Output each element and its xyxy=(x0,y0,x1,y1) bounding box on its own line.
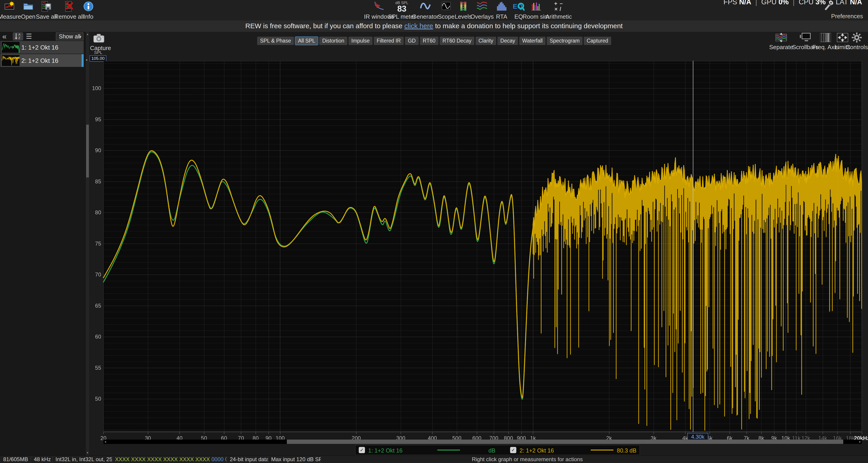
levels-icon: 0369 xyxy=(455,1,472,13)
remove-all-icon xyxy=(54,1,84,13)
status-cell-5: 24-bit input data xyxy=(226,456,268,463)
scrollbars-icon xyxy=(799,39,811,44)
info-button[interactable]: Info xyxy=(83,1,94,20)
performance-readout: FPS N/A|GPU 0%|CPU 3%|LAT N/A xyxy=(723,0,862,6)
show-all-caret-icon[interactable]: ▾ xyxy=(79,34,81,39)
save-all-button[interactable]: Save all xyxy=(36,1,57,20)
legend-checkbox-2[interactable]: ✓ xyxy=(510,447,517,453)
tab-clarity[interactable]: Clarity xyxy=(475,36,496,45)
tab-captured[interactable]: Captured xyxy=(583,36,611,45)
status-cell-1: 81/605MB xyxy=(0,456,31,463)
measurement-thumbnail xyxy=(2,42,20,53)
axis-spinner-icon[interactable]: ▴ xyxy=(86,58,88,61)
status-cell-2: 48 kHz xyxy=(31,456,53,463)
tab-rt60[interactable]: RT60 xyxy=(420,36,439,45)
donation-banner: REW is free software, but if you can aff… xyxy=(0,21,868,32)
separate-button[interactable]: Separate xyxy=(769,32,793,51)
svg-text:0: 0 xyxy=(463,2,464,4)
perf-lat: LAT N/A xyxy=(836,0,862,6)
graph-h-scrollbar[interactable]: ◂ ▸ xyxy=(103,440,862,444)
tab-distortion[interactable]: Distortion xyxy=(319,36,347,45)
measurement-item-1[interactable]: 1: 1+2 Okt 16 xyxy=(0,41,84,54)
separate-icon xyxy=(775,39,787,44)
overlays-button[interactable]: Overlays xyxy=(470,1,494,20)
legend-label-1: 1: 1+2 Okt 16 xyxy=(368,447,403,454)
graph-h-scrollbar-thumb[interactable] xyxy=(287,440,843,444)
generator-button[interactable]: Generator xyxy=(412,1,438,20)
tab-spl-phase[interactable]: SPL & Phase xyxy=(257,36,294,45)
rta-button[interactable]: RTA xyxy=(496,1,507,20)
top-toolbar: MeasureOpenSave allRemove allInfo IR win… xyxy=(0,0,868,21)
tab-waterfall[interactable]: Waterfall xyxy=(519,36,546,45)
tab-gd[interactable]: GD xyxy=(405,36,419,45)
tab-decay[interactable]: Decay xyxy=(497,36,518,45)
spl-graph-canvas[interactable] xyxy=(89,50,868,443)
tab-impulse[interactable]: Impulse xyxy=(348,36,373,45)
svg-text:A: A xyxy=(19,33,21,36)
legend-swatch-1 xyxy=(437,450,460,451)
trace-legend: ✓1: 1+2 Okt 16dB✓2: 1+2 Okt 1680.3 dB xyxy=(355,445,640,455)
graph-tab-bar: SPL & PhaseAll SPLDistortionImpulseFilte… xyxy=(257,36,611,45)
freq-axis-icon xyxy=(819,39,831,44)
preferences-button[interactable]: Preferences xyxy=(831,13,863,20)
hamburger-menu-icon[interactable]: ☰ xyxy=(26,32,32,40)
arithmetic-icon: +−×/ xyxy=(546,1,572,13)
arithmetic-button[interactable]: +−×/Arithmetic xyxy=(546,1,572,20)
scroll-left-icon[interactable]: ◂ xyxy=(103,440,107,444)
legend-checkbox-1[interactable]: ✓ xyxy=(359,447,365,453)
levels-button[interactable]: 0369Levels xyxy=(455,1,472,20)
spl-meter-icon: dB SPL83 xyxy=(388,1,416,13)
measurement-item-2[interactable]: 2: 1+2 Okt 16 xyxy=(0,54,84,67)
remove-all-button[interactable]: Remove all xyxy=(54,1,84,20)
rew-app-window: MeasureOpenSave allRemove allInfo IR win… xyxy=(0,0,868,463)
legend-value-2: 80.3 dB xyxy=(617,447,637,454)
legend-swatch-2 xyxy=(591,450,614,451)
status-cell-6: Max input 120 dB SPL xyxy=(268,456,321,463)
save-all-icon xyxy=(36,1,57,13)
open-button[interactable]: Open xyxy=(21,1,35,20)
perf-cpu: CPU 3% xyxy=(799,0,826,6)
room-sim-icon xyxy=(523,1,549,13)
generator-icon xyxy=(412,1,438,13)
info-icon xyxy=(83,1,94,13)
banner-text-post: to make a donation to help support its c… xyxy=(433,22,623,30)
tab-rt60-decay[interactable]: RT60 Decay xyxy=(439,36,474,45)
sidebar-scrollbar-thumb[interactable] xyxy=(86,125,89,177)
svg-text:Z: Z xyxy=(19,36,20,39)
scroll-right-icon[interactable]: ▸ xyxy=(858,440,862,444)
status-hint: Right click graph or measurements for ac… xyxy=(451,456,603,463)
camera-icon xyxy=(93,40,105,44)
scope-button[interactable]: Scope xyxy=(438,1,455,20)
perf-gpu: GPU 0% xyxy=(761,0,789,6)
measure-button[interactable]: Measure xyxy=(0,1,21,20)
sort-icon[interactable]: AZ xyxy=(13,32,23,40)
capture-button[interactable]: Capture xyxy=(90,33,108,52)
rta-icon xyxy=(496,1,507,13)
tab-filtered-ir[interactable]: Filtered IR xyxy=(373,36,404,45)
wrench-icon[interactable] xyxy=(822,0,834,13)
donation-link[interactable]: click here xyxy=(404,22,433,30)
controls-button[interactable]: Controls xyxy=(846,32,868,51)
scroll-down-icon[interactable]: ▾ xyxy=(86,451,89,454)
legend-value-1: dB xyxy=(489,447,495,454)
selected-indicator xyxy=(82,54,84,67)
sidebar-scrollbar[interactable]: ▴ ▾ xyxy=(86,32,89,456)
perf-separator: | xyxy=(751,0,761,6)
perf-fps: FPS N/A xyxy=(723,0,751,6)
svg-text:9: 9 xyxy=(463,9,464,11)
status-cell-3: Int32L in, Int32L out, 256 xyxy=(52,456,112,463)
tab-spectrogram[interactable]: Spectrogram xyxy=(547,36,583,45)
svg-text:6: 6 xyxy=(463,6,464,8)
overlays-icon xyxy=(470,1,494,13)
banner-text-pre: REW is free software, but if you can aff… xyxy=(245,22,404,30)
svg-text:/: / xyxy=(560,6,561,12)
collapse-sidebar-button[interactable]: « xyxy=(2,32,7,41)
room-sim-button[interactable]: Room sim xyxy=(523,1,549,20)
tab-all-spl[interactable]: All SPL xyxy=(295,36,318,45)
scroll-up-icon[interactable]: ▴ xyxy=(86,32,89,36)
svg-text:×: × xyxy=(554,6,558,12)
perf-separator: | xyxy=(789,0,799,6)
open-icon xyxy=(21,1,35,13)
measurement-thumbnail xyxy=(2,55,20,66)
spl-meter-button[interactable]: dB SPL83SPL meter xyxy=(388,1,416,20)
